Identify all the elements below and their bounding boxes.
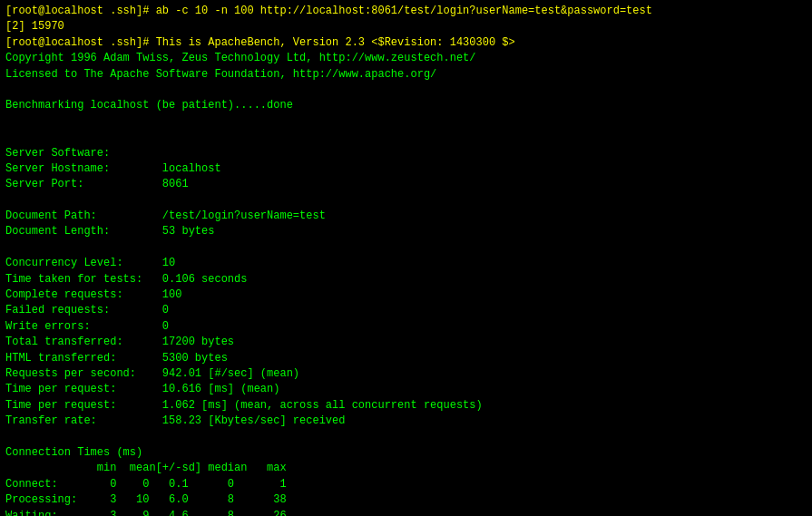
terminal-output: [root@localhost .ssh]# ab -c 10 -n 100 h…: [0, 0, 812, 516]
